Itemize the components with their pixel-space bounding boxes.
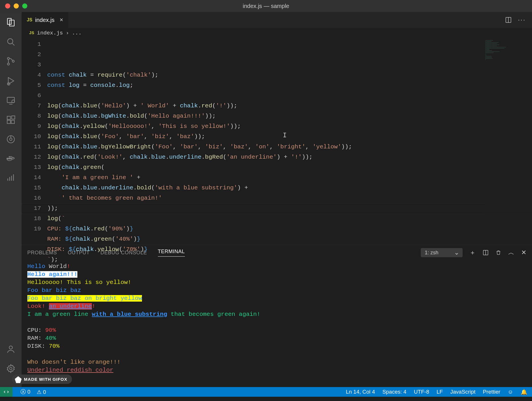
status-warnings[interactable]: ⚠ 0	[37, 389, 46, 395]
js-file-icon: JS	[27, 17, 32, 22]
status-errors[interactable]: ⓧ 0	[20, 388, 30, 396]
tab-index-js[interactable]: JS index.js ×	[22, 12, 68, 28]
status-bar: ⓧ 0 ⚠ 0 Ln 14, Col 4 Spaces: 4 UTF-8 LF …	[0, 387, 532, 397]
terminal-line: Look! an underline!	[27, 302, 526, 310]
terminal-line: Foo bar biz baz	[27, 287, 526, 294]
terminal-line: DISK: 70%	[27, 342, 526, 350]
code-line[interactable]: chalk.blue.underline.bold('with a blue s…	[47, 183, 532, 193]
svg-point-24	[9, 346, 12, 349]
code-line[interactable]: log(chalk.blue('Hello') + ' World' + cha…	[47, 101, 532, 111]
tab-filename: index.js	[35, 17, 55, 23]
status-bell-icon[interactable]: 🔔	[521, 389, 527, 395]
code-line[interactable]: 'I am a green line ' +	[47, 173, 532, 183]
breadcrumb-separator: ›	[66, 30, 69, 36]
code-line[interactable]: ));	[47, 203, 532, 214]
status-encoding[interactable]: UTF-8	[414, 389, 429, 395]
settings-gear-icon[interactable]	[6, 364, 16, 373]
svg-point-2	[7, 58, 9, 60]
code-line[interactable]: ' that becomes green again!'	[47, 193, 532, 203]
svg-line-1	[12, 43, 15, 46]
svg-point-3	[7, 63, 9, 65]
docker-icon[interactable]	[6, 154, 16, 163]
account-icon[interactable]	[6, 344, 16, 354]
search-icon[interactable]	[6, 37, 16, 47]
terminal-line	[27, 318, 526, 326]
status-indentation[interactable]: Spaces: 4	[382, 389, 407, 395]
status-language[interactable]: JavaScript	[450, 389, 476, 395]
run-debug-icon[interactable]	[6, 76, 16, 86]
terminal-selector[interactable]: 1: zsh	[421, 248, 463, 257]
svg-rect-19	[11, 156, 12, 157]
terminal-line	[27, 350, 526, 358]
text-cursor-icon: I	[283, 130, 287, 141]
svg-rect-9	[7, 120, 10, 123]
terminal-line: Hellooooo! This is so yellow!	[27, 279, 526, 287]
minimap[interactable]: ▬▬▬▬▬▬▬▬▬▬▬▬▬▬▬▬▬▬▬▬▬▬▬▬▬▬▬▬▬▬▬▬▬▬▬▬▬▬▬▬…	[484, 38, 532, 245]
terminal-line: !	[27, 374, 526, 382]
breadcrumb-filename: index.js	[37, 30, 63, 36]
activity-bar	[0, 12, 22, 387]
svg-point-0	[8, 39, 13, 44]
terminal-line: Foo bar biz baz on bright yellow	[27, 294, 526, 302]
split-editor-icon[interactable]	[505, 17, 512, 23]
terminal-output[interactable]: Hello World!Hello again!!!Hellooooo! Thi…	[22, 260, 532, 387]
status-formatter[interactable]: Prettier	[483, 389, 500, 395]
titlebar: index.js — sample	[0, 0, 532, 12]
js-file-icon: JS	[29, 31, 34, 36]
status-cursor-position[interactable]: Ln 14, Col 4	[346, 389, 375, 395]
svg-rect-18	[9, 156, 10, 157]
remote-indicator[interactable]	[0, 387, 13, 397]
svg-rect-11	[12, 116, 15, 119]
code-editor[interactable]: I const chalk = require('chalk');const l…	[47, 38, 532, 245]
terminal-line: Underlined reddish color	[27, 366, 526, 374]
terminal-line: Who doesn't like orange!!!	[27, 358, 526, 366]
svg-point-4	[12, 60, 14, 62]
code-line[interactable]: const log = console.log;	[47, 80, 532, 91]
terminal-line: I am a green line with a blue substring …	[27, 310, 526, 318]
bottom-panel: PROBLEMSOUTPUTDEBUG CONSOLETERMINAL 1: z…	[22, 245, 532, 387]
remote-explorer-icon[interactable]	[6, 96, 16, 105]
code-line[interactable]: log(chalk.red('Look!', chalk.blue.underl…	[47, 152, 532, 162]
breadcrumb[interactable]: JS index.js › ...	[22, 28, 532, 38]
tab-close-icon[interactable]: ×	[59, 16, 63, 24]
status-feedback-icon[interactable]: ☺	[508, 389, 513, 395]
code-line[interactable]: log(chalk.blue.bgYellowBright('Foo', 'ba…	[47, 142, 532, 152]
code-line[interactable]	[47, 91, 532, 101]
gitlens-icon[interactable]	[6, 134, 16, 144]
code-line[interactable]: RAM: ${chalk.green('40%')}	[47, 234, 532, 244]
code-line[interactable]: log(chalk.blue('Foo', 'bar', 'biz', 'baz…	[47, 132, 532, 142]
svg-rect-8	[7, 116, 10, 119]
code-line[interactable]: log(chalk.green(	[47, 162, 532, 173]
more-actions-icon[interactable]: ···	[518, 16, 526, 24]
terminal-line: CPU: 90%	[27, 326, 526, 334]
explorer-icon[interactable]	[6, 17, 16, 27]
code-line[interactable]: log(`	[47, 214, 532, 224]
line-gutter: 12345678910111213141516171819	[22, 38, 47, 245]
svg-point-25	[10, 367, 12, 370]
window-title: index.js — sample	[0, 3, 532, 9]
code-line[interactable]: CPU: ${chalk.red('90%')}	[47, 224, 532, 234]
extensions-icon[interactable]	[6, 115, 16, 125]
breadcrumb-tail: ...	[72, 30, 82, 36]
code-line[interactable]: const chalk = require('chalk');	[47, 70, 532, 80]
svg-rect-10	[11, 120, 14, 123]
svg-point-13	[10, 138, 12, 141]
code-line[interactable]: log(chalk.yellow('Hellooooo!', 'This is …	[47, 121, 532, 132]
gifox-watermark: MADE WITH GIFOX	[12, 375, 72, 384]
editor-tabs: JS index.js × ···	[22, 12, 532, 28]
terminal-select[interactable]: 1: zsh	[421, 248, 463, 257]
graph-icon[interactable]	[6, 173, 15, 182]
terminal-line: RAM: 40%	[27, 334, 526, 342]
status-eol[interactable]: LF	[436, 389, 443, 395]
code-line[interactable]: log(chalk.blue.bgWhite.bold('Hello again…	[47, 111, 532, 121]
source-control-icon[interactable]	[6, 56, 16, 66]
terminal-line: Hello again!!!	[27, 271, 526, 279]
